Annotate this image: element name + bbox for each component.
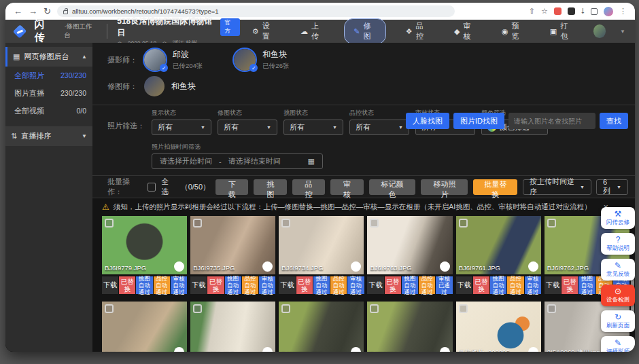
nav-item[interactable]: ◆ 审核 [449,18,482,44]
float-tool-button[interactable]: ⊙ 设备检测 [601,285,635,306]
nav-item[interactable]: ▣ 打包 [545,18,579,44]
photo-thumbnail[interactable]: BJ6I9758.JPG [102,302,187,352]
replace-button[interactable]: 已替换 [296,276,313,294]
photo-status-dot[interactable] [528,261,538,272]
qc-status-button[interactable]: 品控自动通过 [154,276,170,294]
photo-status-dot[interactable] [351,261,361,272]
forward-icon[interactable]: → [29,7,37,16]
filter-select[interactable]: 所有 ▼ [152,120,211,135]
sidebar-item[interactable]: 图片直播 230/230 [5,84,92,102]
photo-status-dot[interactable] [351,347,361,352]
reload-icon[interactable]: ↻ [44,7,51,16]
search-submit-button[interactable]: 查找 [600,113,628,129]
float-tool-button[interactable]: ✎ 意见反馈 [601,259,635,280]
nav-item[interactable]: ☁ 上传 [295,18,330,44]
qc-status-button[interactable]: 品控自动通过 [242,276,258,294]
user-menu-caret-icon[interactable]: ▼ [620,29,625,35]
replace-button[interactable]: 已替换 [119,276,135,294]
photo-thumbnail[interactable]: BJ6I9763.JPG [367,216,452,274]
download-button[interactable]: 下载 [102,276,118,294]
float-tool-button[interactable]: ↻ 刷新页面 [601,310,635,332]
photo-status-dot[interactable] [262,261,273,272]
photo-status-dot[interactable] [440,261,450,272]
download-button[interactable]: 下载 [367,276,383,294]
photo-status-dot[interactable] [262,347,273,352]
audit-status-button[interactable]: 审核自动通过 [259,276,275,294]
pick-status-button[interactable]: 挑图自动通过 [402,276,418,294]
float-tool-button[interactable]: ⚒ 闪传云修 [601,207,635,229]
share-icon[interactable]: ⇧ [529,7,535,15]
sidebar-item[interactable]: 全部照片 230/230 [5,67,92,84]
pick-status-button[interactable]: 挑图自动通过 [313,276,330,294]
sidebar-toggle-icon[interactable] [591,8,598,15]
expand-caret-icon[interactable]: ▼ [82,133,87,139]
photo-thumbnail[interactable]: BJ6I9759.JPG [190,302,275,352]
filter-select[interactable]: 所有 ▼ [283,120,343,135]
photographer-avatar[interactable]: ✓ [234,49,256,71]
float-tool-button[interactable]: ✎ 评摄影师 [601,336,635,352]
filter-select[interactable]: 所有 ▼ [349,120,409,135]
nav-item[interactable]: ✎ 修图 [344,18,386,44]
search-input[interactable] [508,113,595,129]
photo-checkbox[interactable] [459,219,468,228]
collapse-caret-icon[interactable]: ▲ [82,54,87,60]
photo-checkbox[interactable] [105,219,114,228]
photographer-item[interactable]: ✓ 和鱼块 已传26张 [234,49,289,71]
bookmark-star-icon[interactable]: ☆ [541,7,548,15]
filter-select[interactable]: 所有 ▼ [218,120,277,135]
photo-thumbnail[interactable]: 微信图片_202205… [456,302,541,352]
photo-checkbox[interactable] [281,304,290,313]
app-logo-text[interactable]: 闪传 [34,18,55,44]
batch-action-button[interactable]: 品控 [292,179,325,195]
image-id-search-button[interactable]: 图片ID找图 [453,113,504,129]
replace-button[interactable]: 已替换 [473,276,489,294]
photo-status-dot[interactable] [440,347,450,352]
photographer-avatar[interactable]: ✓ [144,49,166,71]
qc-status-button[interactable]: 品控自动通过 [330,276,347,294]
back-icon[interactable]: ← [14,7,22,16]
photo-thumbnail[interactable]: BJ6I9735.JPG [190,216,275,274]
photo-checkbox[interactable] [105,304,114,313]
sidebar-item[interactable]: 全部视频 0/0 [5,102,92,120]
qc-status-button[interactable]: 品控自动通过 [419,276,435,294]
batch-action-button[interactable]: 审核 [330,179,363,195]
photo-checkbox[interactable] [281,219,290,228]
photo-checkbox[interactable] [547,304,556,313]
extensions-puzzle-icon[interactable] [568,7,575,15]
photo-checkbox[interactable] [193,304,202,313]
photo-status-dot[interactable] [174,261,184,272]
extension-icon[interactable] [554,7,562,15]
face-search-button[interactable]: 人脸找图 [406,113,449,129]
photo-checkbox[interactable] [547,219,556,228]
downloads-icon[interactable]: ⭣ [581,7,585,15]
photo-thumbnail[interactable]: BJ6I9756.JPG [367,302,452,352]
audit-status-button[interactable]: 审核自动通过 [525,276,541,294]
download-button[interactable]: 下载 [456,276,472,294]
photo-thumbnail[interactable]: BJ6I9734.JPG [279,216,364,274]
select-all-checkbox[interactable] [148,183,156,192]
browser-profile-avatar[interactable] [604,7,613,16]
photo-thumbnail[interactable]: BJ6I9755.JPG [279,302,364,352]
download-button[interactable]: 下载 [279,276,295,294]
audit-status-button[interactable]: 审核自动通过 [171,276,187,294]
qc-status-button[interactable]: 品控自动通过 [507,276,523,294]
pick-status-button[interactable]: 挑图自动通过 [225,276,241,294]
batch-action-button[interactable]: 移动照片 [421,179,468,195]
photo-status-dot[interactable] [174,347,184,352]
download-button[interactable]: 下载 [545,276,561,294]
photo-status-dot[interactable] [528,347,538,352]
photo-checkbox[interactable] [370,304,379,313]
audit-status-button[interactable]: 审核自动通过 [347,276,364,294]
audit-status-button[interactable]: 审核已通过 [436,276,452,294]
replace-button[interactable]: 已替换 [562,276,578,294]
photographer-item[interactable]: ✓ 邱波 已传204张 [144,49,203,71]
pick-status-button[interactable]: 挑图自动通过 [578,276,595,294]
batch-action-button[interactable]: 下载 [215,179,248,195]
replace-button[interactable]: 已替换 [207,276,224,294]
date-range-input[interactable]: 请选择开始时间 - 请选择结束时间 ▦ [152,153,323,169]
replace-button[interactable]: 已替换 [385,276,401,294]
photo-checkbox[interactable] [193,219,202,228]
sidebar-section-retouch-backend[interactable]: ▦ 网页修图后台 ▲ [5,47,92,67]
pick-status-button[interactable]: 挑图自动通过 [490,276,506,294]
photo-checkbox[interactable] [459,304,468,313]
